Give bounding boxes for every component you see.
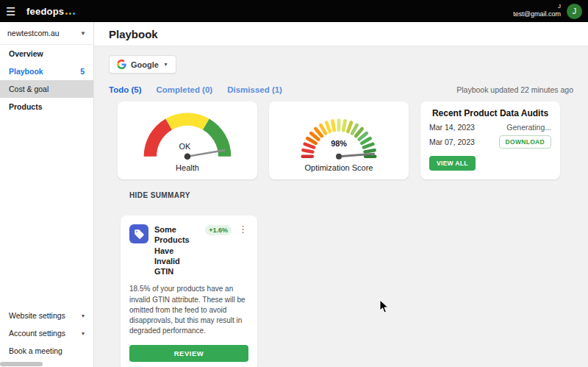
chevron-down-icon: ▾ [82, 330, 85, 337]
audit-date: Mar 14, 2023 [429, 123, 475, 132]
brand-logo: feedops [26, 6, 75, 17]
site-selector-dropdown[interactable]: newtestcom.au ▼ [0, 22, 93, 45]
optimization-value: 98% [331, 139, 347, 148]
sidebar-item-products[interactable]: Products [0, 98, 93, 115]
more-options-icon[interactable]: ⋮ [237, 224, 248, 234]
task-card-invalid-gtin: Some Products Have Invalid GTIN +1.6% ⋮ … [121, 215, 257, 367]
caret-down-icon: ▼ [163, 62, 168, 67]
sidebar-item-account-settings[interactable]: Account settings ▾ [0, 324, 93, 342]
horizontal-scrollbar[interactable] [0, 362, 43, 366]
sidebar-item-book-a-meeting[interactable]: Book a meeting [0, 342, 93, 360]
chevron-down-icon: ▾ [82, 313, 85, 319]
review-button[interactable]: REVIEW [129, 345, 248, 362]
health-gauge-label: Health [176, 163, 199, 172]
chevron-down-icon: ▼ [80, 30, 86, 37]
audit-status: Generating... [506, 123, 551, 132]
topbar: ☰ feedops J test@gmail.com J [0, 0, 588, 22]
tab-completed[interactable]: Completed (0) [157, 85, 213, 94]
user-name: J [513, 3, 561, 10]
impact-badge: +1.6% [205, 225, 232, 235]
health-gauge: OK [129, 106, 246, 162]
view-all-button[interactable]: VIEW ALL [429, 156, 476, 171]
user-email: test@gmail.com [513, 10, 561, 18]
hamburger-menu-icon[interactable]: ☰ [6, 6, 22, 17]
brand-dots-icon [65, 13, 75, 15]
channel-selector-button[interactable]: Google ▼ [109, 55, 176, 74]
sidebar-item-website-settings[interactable]: Website settings ▾ [0, 307, 93, 324]
sidebar-item-playbook[interactable]: Playbook 5 [0, 63, 93, 80]
tabs-row: Todo (5) Completed (0) Dismissed (1) Pla… [109, 85, 573, 94]
health-value: OK [179, 142, 191, 151]
audits-title: Recent Product Data Audits [429, 108, 551, 118]
user-info: J test@gmail.com [513, 3, 561, 18]
sidebar: newtestcom.au ▼ Overview Playbook 5 Cost… [0, 22, 94, 367]
site-selector-value: newtestcom.au [7, 29, 60, 38]
sidebar-item-overview[interactable]: Overview [0, 45, 93, 63]
playbook-count-badge: 5 [80, 67, 85, 76]
page-header: Playbook [94, 22, 588, 46]
channel-selector-label: Google [131, 60, 159, 69]
tab-todo[interactable]: Todo (5) [109, 85, 142, 94]
download-button[interactable]: DOWNLOAD [499, 135, 551, 149]
sidebar-footer: Website settings ▾ Account settings ▾ Bo… [0, 307, 93, 360]
summary-cards: OK Health 98% Optimization Score [118, 101, 573, 179]
sidebar-item-cost-and-goal[interactable]: Cost & goal [0, 80, 93, 98]
health-gauge-card: OK Health [118, 101, 257, 179]
main-content: Playbook Google ▼ Todo (5) Completed (0)… [94, 22, 588, 367]
brand-text: feedops [26, 6, 64, 17]
recent-audits-card: Recent Product Data Audits Mar 14, 2023 … [420, 101, 560, 179]
optimization-gauge: 98% [280, 106, 398, 162]
app-window: ☰ feedops J test@gmail.com J newtestcom.… [0, 0, 588, 367]
hide-summary-toggle[interactable]: HIDE SUMMARY [129, 191, 190, 199]
page-title: Playbook [109, 28, 158, 40]
avatar[interactable]: J [567, 4, 582, 19]
optimization-gauge-card: 98% Optimization Score [269, 101, 409, 179]
task-description: 18.5% of your products have an invalid G… [129, 284, 248, 336]
playbook-updated-text: Playbook updated 22 minutes ago [456, 85, 573, 94]
audit-row: Mar 14, 2023 Generating... [429, 123, 551, 132]
tag-icon [129, 224, 148, 243]
tab-dismissed[interactable]: Dismissed (1) [227, 85, 282, 94]
optimization-gauge-label: Optimization Score [305, 163, 373, 172]
google-logo-icon [117, 60, 126, 69]
audit-date: Mar 07, 2023 [429, 138, 475, 146]
task-title: Some Products Have Invalid GTIN [154, 224, 199, 277]
audit-row: Mar 07, 2023 DOWNLOAD [429, 135, 551, 149]
